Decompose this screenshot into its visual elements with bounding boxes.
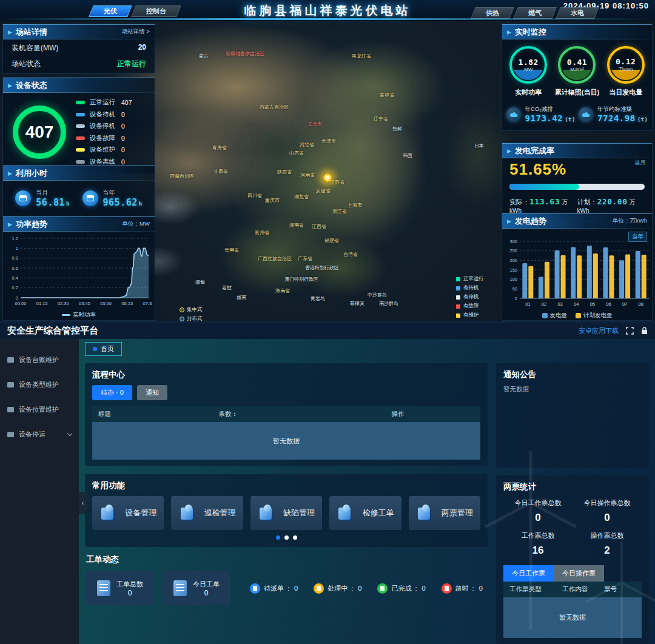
- co2-reduction-stat: 年CO₂减排 9173.42(t): [506, 106, 576, 123]
- safety-platform: 安全生产综合管控平台 安卓应用下载 设备台账维护 设备类型维护 设备位置维护 设…: [0, 321, 655, 644]
- sidebar-item-device-location[interactable]: 设备位置维护: [0, 397, 79, 422]
- map-label: 贵州省: [255, 229, 269, 236]
- function-inspection-management[interactable]: 巡检管理: [171, 496, 243, 530]
- count-sort-header[interactable]: 条数▲▼: [218, 410, 391, 418]
- dashboard-header: 临朐县福山祥泰光伏电站 光伏 控制台 2024-09-19 08:10:50 供…: [0, 0, 655, 21]
- inspection-icon: [179, 504, 197, 522]
- function-defect-management[interactable]: 缺陷管理: [250, 496, 322, 530]
- tab-gas[interactable]: 燃气: [513, 7, 557, 19]
- status-completed: 已完成:0: [377, 583, 425, 594]
- plan-value: 计划：220.00 万kWh: [577, 197, 645, 214]
- lock-icon[interactable]: [641, 327, 648, 335]
- map-label: 北京市: [307, 121, 322, 127]
- svg-text:03:45: 03:45: [79, 301, 90, 306]
- workorder-today-card[interactable]: 今日工单0: [163, 571, 230, 605]
- notice-tab-button[interactable]: 通知: [137, 385, 167, 400]
- svg-text:0: 0: [515, 296, 517, 301]
- tab-photovoltaic[interactable]: 光伏: [89, 5, 132, 17]
- platform-header: 安全生产综合管控平台 安卓应用下载: [0, 321, 655, 339]
- map-label: 重庆市: [265, 197, 280, 204]
- period-chip[interactable]: 当月: [634, 159, 646, 167]
- panel-arrow-icon: ▶: [8, 82, 12, 89]
- sidebar-item-device-type[interactable]: 设备类型维护: [0, 372, 79, 397]
- map-legend-item: 正常运行: [456, 275, 484, 283]
- carousel-dot[interactable]: [284, 535, 289, 540]
- completion-percent: 51.65%: [509, 160, 645, 179]
- screen: 蒙古新疆维吾尔自治区黑龙江省吉林省辽宁省内蒙古自治区北京市天津市河北省山西省青海…: [0, 0, 655, 644]
- panel-arrow-icon: ▶: [8, 29, 12, 35]
- carousel-dot[interactable]: [293, 535, 297, 540]
- android-download-link[interactable]: 安卓应用下载: [579, 326, 619, 335]
- sidebar-item-device-outage[interactable]: 设备停运: [0, 422, 79, 447]
- sidebar: 设备台账维护 设备类型维护 设备位置维护 设备停运: [0, 339, 79, 644]
- map-label: 广西壮族自治区: [258, 255, 292, 262]
- legend-plan-generation[interactable]: 计划发电量: [576, 312, 613, 320]
- process-center-card: 流程中心 待办 · 0 通知 标题 条数▲▼ 操作 暂无数据: [85, 363, 488, 466]
- period-chip[interactable]: 当年: [628, 232, 647, 242]
- svg-text:07:30: 07:30: [143, 301, 152, 306]
- device-total-ring: 407: [13, 106, 66, 159]
- status-pending-dispatch: 待派单:0: [250, 583, 298, 594]
- map-status-legend: 正常运行 有待机 有停机 有故障 有维护 有离线: [456, 275, 484, 321]
- device-management-icon: [99, 504, 118, 522]
- tab-today-op-tickets[interactable]: 今日操作票: [554, 565, 604, 582]
- device-icon: [7, 357, 14, 363]
- svg-text:0: 0: [16, 295, 18, 301]
- carousel-dots: [92, 530, 480, 541]
- tab-dot-icon: [93, 347, 97, 351]
- map-type-toggle: 集中式 分布式: [180, 306, 203, 321]
- process-table-header: 标题 条数▲▼ 操作: [92, 406, 480, 422]
- function-ticket-management[interactable]: 两票管理: [409, 496, 480, 530]
- panel-arrow-icon: ▶: [507, 29, 511, 35]
- legend-realtime-power[interactable]: 实时功率: [62, 311, 96, 319]
- map-label: 江西省: [312, 223, 326, 230]
- tab-console[interactable]: 控制台: [131, 5, 181, 17]
- fullscreen-icon[interactable]: [626, 327, 634, 335]
- tab-home[interactable]: 首页: [85, 342, 122, 356]
- svg-text:250: 250: [509, 248, 517, 253]
- legend-generation[interactable]: 发电量: [542, 312, 568, 320]
- ticket-empty-state: 暂无数据: [503, 597, 642, 638]
- function-repair-workorder[interactable]: 检修工单: [329, 496, 401, 530]
- svg-text:0.6: 0.6: [12, 266, 18, 271]
- tab-hydro[interactable]: 水电: [556, 7, 599, 19]
- toggle-distributed[interactable]: 分布式: [180, 315, 203, 321]
- legend-item: 设备待机0: [76, 110, 149, 119]
- toggle-centralized[interactable]: 集中式: [180, 306, 203, 314]
- function-device-management[interactable]: 设备管理: [92, 496, 164, 530]
- document-icon: [173, 580, 187, 596]
- defect-icon: [258, 504, 276, 522]
- installed-capacity-row: 装机容量(MW)20: [3, 39, 155, 58]
- svg-text:150: 150: [509, 267, 517, 273]
- carousel-dot[interactable]: [276, 535, 280, 540]
- map-label: 甘肃省: [213, 168, 228, 175]
- map-label: 中沙群岛: [368, 292, 387, 298]
- workorder-total-card[interactable]: 工单总数0: [86, 571, 154, 605]
- map-label: 四川省: [247, 192, 262, 199]
- month-hours: 当月 56.81h: [15, 189, 70, 208]
- completed-icon: [377, 583, 388, 594]
- processing-icon: [314, 583, 324, 594]
- main-left-column: 流程中心 待办 · 0 通知 标题 条数▲▼ 操作 暂无数据: [85, 363, 488, 644]
- device-icon: [7, 432, 14, 437]
- todo-tab-button[interactable]: 待办 · 0: [92, 385, 132, 400]
- sidebar-item-device-ledger[interactable]: 设备台账维护: [0, 347, 79, 372]
- map-legend-item: 有待机: [456, 284, 484, 292]
- repair-icon: [337, 504, 355, 522]
- year-hours: 当年 965.62h: [82, 189, 143, 208]
- today-work-ticket-total: 0: [503, 510, 573, 529]
- sidebar-collapse-handle[interactable]: ‹: [79, 492, 87, 514]
- tab-today-work-tickets[interactable]: 今日工作票: [503, 565, 554, 582]
- tab-heating[interactable]: 供热: [471, 7, 514, 19]
- today-op-ticket-total: 0: [573, 510, 642, 529]
- common-functions-card: 常用功能 设备管理 巡检管理 缺陷管理 检修工单 两票管理: [85, 474, 488, 547]
- panel-arrow-icon: ▶: [8, 221, 12, 227]
- workorder-section: 工单动态 工单总数0 今日工单0: [85, 554, 488, 605]
- svg-text:07: 07: [622, 301, 627, 307]
- map-label: 湖南省: [289, 222, 304, 229]
- map-label: 内蒙古自治区: [260, 104, 289, 110]
- document-icon: [97, 580, 110, 596]
- ticket-icon: [416, 504, 434, 522]
- station-detail-link[interactable]: 场站详情 >: [122, 28, 150, 36]
- station-marker-icon[interactable]: [323, 173, 332, 183]
